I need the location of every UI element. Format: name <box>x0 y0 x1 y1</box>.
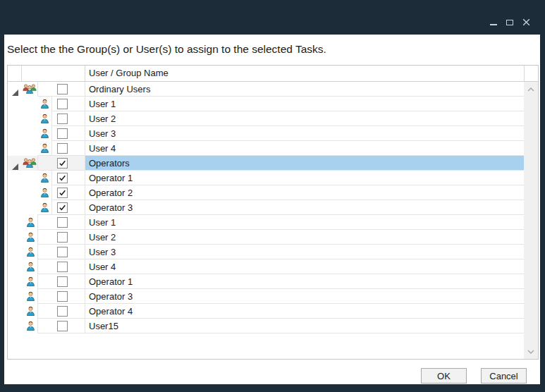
dialog-body: Select the the Group(s) or User(s) to as… <box>4 35 540 384</box>
table-body: Ordinary UsersUser 1User 2User 3User 4Op… <box>8 82 524 359</box>
table-row[interactable]: User 2 <box>8 230 524 245</box>
grid-line <box>51 111 52 126</box>
grid-line <box>37 245 38 259</box>
row-label: Operator 3 <box>85 200 524 215</box>
row-checkbox[interactable] <box>57 128 68 139</box>
column-header-user-group-name[interactable]: User / Group Name <box>89 66 169 81</box>
user-icon <box>26 276 35 286</box>
row-label: User 4 <box>85 141 524 156</box>
grid-line <box>37 289 38 304</box>
row-label: Operator 2 <box>85 185 524 200</box>
row-label: Operator 4 <box>85 304 524 319</box>
maximize-icon <box>506 20 513 25</box>
row-checkbox[interactable] <box>57 202 68 213</box>
table-row[interactable]: Operator 1 <box>8 171 524 185</box>
grid-line <box>51 200 52 215</box>
ok-button[interactable]: OK <box>421 368 467 384</box>
user-icon <box>26 262 35 271</box>
row-checkbox[interactable] <box>57 291 68 302</box>
user-icon <box>40 99 49 109</box>
row-label: Operator 1 <box>85 171 524 185</box>
row-label: Operator 3 <box>85 289 524 304</box>
grid-line <box>51 185 52 200</box>
users-group-icon <box>23 158 37 168</box>
grid-line <box>37 230 38 245</box>
user-icon <box>40 202 49 212</box>
row-label: Operator 1 <box>85 274 524 289</box>
table-header: User / Group Name <box>8 66 538 82</box>
grid-line <box>37 304 38 319</box>
row-checkbox[interactable] <box>57 217 68 228</box>
grid-line <box>51 126 52 141</box>
row-checkbox[interactable] <box>57 114 68 124</box>
dialog-window: Select the the Group(s) or User(s) to as… <box>0 0 545 392</box>
grid-line <box>51 141 52 156</box>
table-row[interactable]: User 3 <box>8 245 524 259</box>
user-icon <box>26 232 35 242</box>
scroll-down-icon <box>527 350 534 354</box>
instruction-text: Select the the Group(s) or User(s) to as… <box>7 43 326 56</box>
row-label: Operators <box>85 156 524 171</box>
user-icon <box>26 291 35 301</box>
row-checkbox[interactable] <box>57 306 68 317</box>
row-checkbox[interactable] <box>57 158 68 169</box>
grid-line <box>37 274 38 289</box>
user-icon <box>40 128 49 138</box>
grid-line <box>37 319 38 333</box>
row-checkbox[interactable] <box>57 143 68 154</box>
grid-line <box>51 97 52 111</box>
users-group-icon <box>23 84 37 94</box>
title-bar[interactable] <box>0 0 545 35</box>
user-icon <box>40 173 49 183</box>
row-checkbox[interactable] <box>57 84 68 94</box>
user-icon <box>26 217 35 227</box>
row-checkbox[interactable] <box>57 247 68 257</box>
grid-line <box>37 259 38 274</box>
table-row[interactable]: Operator 4 <box>8 304 524 319</box>
row-checkbox[interactable] <box>57 262 68 272</box>
user-group-tree-table: User / Group Name Ordinary UsersUser 1Us… <box>7 65 539 360</box>
window-controls <box>489 18 531 27</box>
scroll-up-button[interactable] <box>524 83 538 95</box>
tree-expander-icon[interactable] <box>12 86 18 92</box>
user-icon <box>26 306 35 316</box>
minimize-button[interactable] <box>489 18 498 27</box>
row-label: User15 <box>85 319 524 333</box>
user-icon <box>40 188 49 197</box>
table-row[interactable]: User 1 <box>8 215 524 230</box>
vertical-scrollbar[interactable] <box>524 82 538 359</box>
table-row[interactable]: User 4 <box>8 259 524 274</box>
table-row[interactable]: User 3 <box>8 126 524 141</box>
table-row[interactable]: User15 <box>8 319 524 333</box>
maximize-button[interactable] <box>505 18 515 27</box>
table-row[interactable]: User 1 <box>8 97 524 111</box>
row-label: User 3 <box>85 126 524 141</box>
tree-expander-icon[interactable] <box>12 160 18 166</box>
table-row[interactable]: Operator 3 <box>8 289 524 304</box>
grid-line <box>524 66 525 81</box>
table-row[interactable]: Operator 3 <box>8 200 524 215</box>
row-label: User 2 <box>85 111 524 126</box>
row-checkbox[interactable] <box>57 99 68 109</box>
row-checkbox[interactable] <box>57 173 68 183</box>
cancel-button[interactable]: Cancel <box>481 368 527 384</box>
table-row[interactable]: Operator 2 <box>8 185 524 200</box>
user-icon <box>26 321 35 331</box>
row-checkbox[interactable] <box>57 321 68 331</box>
table-row[interactable]: User 2 <box>8 111 524 126</box>
row-label: User 1 <box>85 215 524 230</box>
row-checkbox[interactable] <box>57 276 68 287</box>
table-row[interactable]: Ordinary Users <box>8 82 524 97</box>
close-button[interactable] <box>521 18 531 27</box>
table-row[interactable]: Operators <box>8 156 524 171</box>
row-checkbox[interactable] <box>57 232 68 243</box>
row-checkbox[interactable] <box>57 188 68 198</box>
close-icon <box>522 18 530 26</box>
scroll-down-button[interactable] <box>524 345 538 357</box>
table-row[interactable]: User 4 <box>8 141 524 156</box>
user-icon <box>26 247 35 257</box>
table-row[interactable]: Operator 1 <box>8 274 524 289</box>
row-label: User 3 <box>85 245 524 259</box>
grid-line <box>37 156 38 171</box>
row-label: User 4 <box>85 259 524 274</box>
